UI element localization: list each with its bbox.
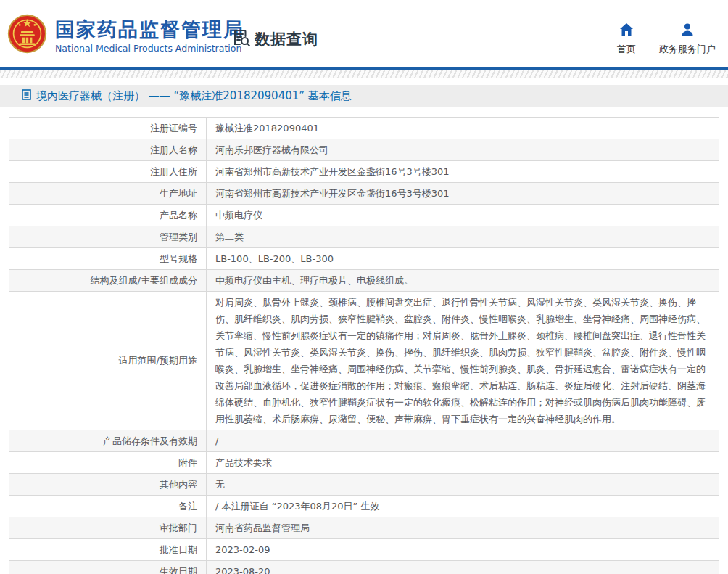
user-icon xyxy=(680,25,695,39)
row-label: 附件 xyxy=(9,452,207,473)
site-header: 国家药品监督管理局 National Medical Products Admi… xyxy=(0,0,728,67)
nav-home-label: 首页 xyxy=(609,43,644,56)
breadcrumb: 境内医疗器械（注册） —— “豫械注准20182090401” 基本信息 xyxy=(0,85,728,107)
row-label: 备注 xyxy=(9,496,207,517)
table-row: 审批部门河南省药品监督管理局 xyxy=(9,517,719,539)
org-name-cn: 国家药品监督管理局 xyxy=(55,18,244,41)
table-row: 其他内容无 xyxy=(9,474,719,496)
breadcrumb-text: 境内医疗器械（注册） —— “豫械注准20182090401” 基本信息 xyxy=(36,89,352,103)
nav-portal-label: 政务服务门户 xyxy=(653,43,721,56)
table-row: 生产地址河南省郑州市高新技术产业开发区金盏街16号3号楼301 xyxy=(9,183,719,205)
row-value: / 本注册证自 “2023年08月20日” 生效 xyxy=(207,496,719,517)
national-emblem-icon[interactable] xyxy=(7,14,47,54)
row-label: 其他内容 xyxy=(9,474,207,495)
table-row: 管理类别第二类 xyxy=(9,226,719,248)
data-query-link[interactable]: 数据查询 xyxy=(231,28,318,51)
row-label: 注册人名称 xyxy=(9,139,207,160)
table-row: 产品储存条件及有效期/ xyxy=(9,430,719,452)
row-label: 注册人住所 xyxy=(9,161,207,182)
row-label: 适用范围/预期用途 xyxy=(9,292,207,430)
nav-home[interactable]: 首页 xyxy=(609,22,644,56)
row-label: 管理类别 xyxy=(9,226,207,247)
row-value: 河南省药品监督管理局 xyxy=(207,517,719,538)
row-value: 河南乐邦医疗器械有限公司 xyxy=(207,139,719,160)
row-value: 无 xyxy=(207,474,719,495)
row-value: 对肩周炎、肱骨外上髁炎、颈椎病、腰椎间盘突出症、退行性骨性关节病、风湿性关节炎、… xyxy=(207,292,719,430)
org-name-en: National Medical Products Administration xyxy=(55,43,244,54)
row-label: 生产地址 xyxy=(9,183,207,204)
row-value: 2023-02-09 xyxy=(207,539,719,560)
table-row: 生效日期2023-08-20 xyxy=(9,561,719,574)
row-label: 批准日期 xyxy=(9,539,207,560)
row-value: 河南省郑州市高新技术产业开发区金盏街16号3号楼301 xyxy=(207,161,719,182)
table-row: 产品名称中频电疗仪 xyxy=(9,205,719,226)
row-value: 中频电疗仪由主机、理疗电极片、电极线组成。 xyxy=(207,270,719,291)
row-value: 第二类 xyxy=(207,226,719,247)
row-value: / xyxy=(207,430,719,451)
table-row: 附件产品技术要求 xyxy=(9,452,719,474)
document-search-icon xyxy=(231,28,251,51)
row-label: 审批部门 xyxy=(9,517,207,538)
table-row: 备注/ 本注册证自 “2023年08月20日” 生效 xyxy=(9,496,719,517)
hatch-band xyxy=(0,70,728,78)
row-value: LB-100、LB-200、LB-300 xyxy=(207,248,719,269)
data-query-label: 数据查询 xyxy=(255,29,318,49)
table-row: 注册人名称河南乐邦医疗器械有限公司 xyxy=(9,139,719,161)
table-row: 注册人住所河南省郑州市高新技术产业开发区金盏街16号3号楼301 xyxy=(9,161,719,183)
table-row: 适用范围/预期用途对肩周炎、肱骨外上髁炎、颈椎病、腰椎间盘突出症、退行性骨性关节… xyxy=(9,292,719,430)
row-value: 豫械注准20182090401 xyxy=(207,118,719,139)
row-value: 产品技术要求 xyxy=(207,452,719,473)
row-label: 产品名称 xyxy=(9,205,207,226)
row-value: 中频电疗仪 xyxy=(207,205,719,226)
nav-portal[interactable]: 政务服务门户 xyxy=(653,22,721,56)
row-value: 河南省郑州市高新技术产业开发区金盏街16号3号楼301 xyxy=(207,183,719,204)
table-row: 注册证编号豫械注准20182090401 xyxy=(9,118,719,139)
site-title-block: 国家药品监督管理局 National Medical Products Admi… xyxy=(55,18,244,54)
row-label: 型号规格 xyxy=(9,248,207,269)
home-icon xyxy=(619,25,634,39)
table-row: 型号规格LB-100、LB-200、LB-300 xyxy=(9,248,719,270)
row-value: 2023-08-20 xyxy=(207,561,719,574)
row-label: 结构及组成/主要组成成分 xyxy=(9,270,207,291)
table-row: 结构及组成/主要组成成分中频电疗仪由主机、理疗电极片、电极线组成。 xyxy=(9,270,719,292)
row-label: 产品储存条件及有效期 xyxy=(9,430,207,451)
row-label: 生效日期 xyxy=(9,561,207,574)
row-label: 注册证编号 xyxy=(9,118,207,139)
table-row: 批准日期2023-02-09 xyxy=(9,539,719,561)
document-icon xyxy=(22,89,31,103)
info-table: 注册证编号豫械注准20182090401注册人名称河南乐邦医疗器械有限公司注册人… xyxy=(9,117,719,574)
